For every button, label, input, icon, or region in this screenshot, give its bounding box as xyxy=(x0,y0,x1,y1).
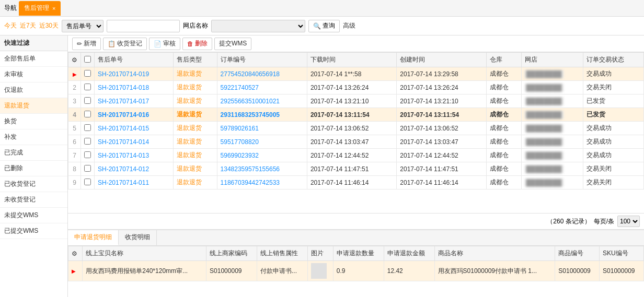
submit-wms-button[interactable]: 提交WMS xyxy=(214,38,251,50)
table-row[interactable]: 7SH-20170714-013退款退货596990239322017-07-1… xyxy=(68,149,644,162)
sidebar-item-completed[interactable]: 已完成 xyxy=(0,145,67,161)
row-checkbox[interactable] xyxy=(84,124,91,131)
row-checkbox[interactable] xyxy=(84,138,91,145)
detail-col-settings[interactable]: ⚙ xyxy=(68,246,83,261)
download-time: 2017-07-14 13:26:24 xyxy=(307,81,396,94)
nav-tab-close[interactable]: × xyxy=(52,5,55,11)
aftersale-id[interactable]: SH-20170714-016 xyxy=(95,108,174,122)
table-row[interactable]: 9SH-20170714-011退款退货11867039442742533201… xyxy=(68,176,644,189)
col-created-time: 创建时间 xyxy=(397,53,486,67)
sidebar-item-not-received[interactable]: 未收货登记 xyxy=(0,192,67,208)
order-id[interactable]: 11867039442742533 xyxy=(217,176,307,189)
aftersale-id[interactable]: SH-20170714-012 xyxy=(95,162,174,176)
today-link[interactable]: 今天 xyxy=(4,21,17,30)
col-store: 网店 xyxy=(521,53,583,67)
detail-col-goods-code: 商品编号 xyxy=(555,246,600,261)
sidebar-item-refund-only[interactable]: 仅退款 xyxy=(0,82,67,98)
row-checkbox[interactable] xyxy=(84,111,91,117)
store-blurred: ████████ xyxy=(525,70,564,78)
search-button[interactable]: 🔍 查询 xyxy=(308,20,340,32)
row-checkbox-cell[interactable] xyxy=(81,149,95,162)
last7-link[interactable]: 近7天 xyxy=(20,21,36,30)
store-select[interactable] xyxy=(211,20,305,32)
warehouse: 成都仓 xyxy=(486,94,521,108)
table-row[interactable]: 5SH-20170714-015退款退货597890261612017-07-1… xyxy=(68,122,644,135)
nav-tab-aftersale[interactable]: 售后管理 × xyxy=(19,1,61,16)
order-id[interactable]: 59517708820 xyxy=(217,135,307,149)
select-all-checkbox[interactable] xyxy=(84,56,91,63)
detail-tab-return[interactable]: 申请退货明细 xyxy=(68,230,119,245)
aftersale-id[interactable]: SH-20170714-019 xyxy=(95,67,174,81)
warehouse: 成都仓 xyxy=(486,122,521,135)
aftersale-id[interactable]: SH-20170714-017 xyxy=(95,94,174,108)
row-checkbox-cell[interactable] xyxy=(81,108,95,122)
table-row[interactable]: 2SH-20170714-018退款退货592217405272017-07-1… xyxy=(68,81,644,94)
row-checkbox[interactable] xyxy=(84,165,91,172)
receive-button[interactable]: 📋 收货登记 xyxy=(103,38,147,50)
last30-link[interactable]: 近30天 xyxy=(39,21,59,30)
table-row[interactable]: 3SH-20170714-017退款退货29255663510001021201… xyxy=(68,94,644,108)
table-row[interactable]: 8SH-20170714-012退款退货13482359575155656201… xyxy=(68,162,644,176)
sidebar-item-exchange[interactable]: 换货 xyxy=(0,114,67,129)
order-id[interactable]: 59699023932 xyxy=(217,149,307,162)
sidebar-item-deleted[interactable]: 已删除 xyxy=(0,161,67,176)
col-trade-status: 订单交易状态 xyxy=(583,53,644,67)
row-checkbox-cell[interactable] xyxy=(81,81,95,94)
audit-button[interactable]: 📄 审核 xyxy=(149,38,180,50)
row-checkbox[interactable] xyxy=(84,151,91,158)
download-time: 2017-07-14 13:11:54 xyxy=(307,108,396,122)
add-button[interactable]: ✏ 新增 xyxy=(72,38,101,50)
store-blurred: ████████ xyxy=(525,84,564,92)
row-checkbox-cell[interactable] xyxy=(81,162,95,176)
row-checkbox-cell[interactable] xyxy=(81,122,95,135)
table-row[interactable]: 6SH-20170714-014退款退货595177088202017-07-1… xyxy=(68,135,644,149)
delete-button[interactable]: 🗑 删除 xyxy=(182,38,212,50)
row-checkbox[interactable] xyxy=(84,179,91,185)
per-page-label: 每页/条 xyxy=(594,217,614,226)
row-checkbox-cell[interactable] xyxy=(81,67,95,81)
sidebar-item-unaudited[interactable]: 未审核 xyxy=(0,67,67,82)
delete-icon: 🗑 xyxy=(187,40,193,47)
row-checkbox[interactable] xyxy=(84,97,91,104)
col-settings[interactable]: ⚙ xyxy=(68,53,81,67)
order-id[interactable]: 29311683253745005 xyxy=(217,108,307,122)
detail-sku: S01000009 xyxy=(600,261,644,281)
row-checkbox-cell[interactable] xyxy=(81,94,95,108)
receive-icon: 📋 xyxy=(108,40,116,47)
download-time: 2017-07-14 1**:58 xyxy=(307,67,396,81)
aftersale-id[interactable]: SH-20170714-018 xyxy=(95,81,174,94)
row-checkbox-cell[interactable] xyxy=(81,176,95,189)
order-id[interactable]: 59789026161 xyxy=(217,122,307,135)
aftersale-id[interactable]: SH-20170714-015 xyxy=(95,122,174,135)
per-page-select[interactable]: 100 50 200 xyxy=(617,216,640,227)
row-checkbox[interactable] xyxy=(84,70,91,77)
row-checkbox[interactable] xyxy=(84,84,91,90)
sidebar-item-reissue[interactable]: 补发 xyxy=(0,129,67,145)
sidebar-item-submitted-wms[interactable]: 已提交WMS xyxy=(0,223,67,239)
detail-tab-receive[interactable]: 收货明细 xyxy=(119,230,157,245)
trade-status: 交易成功 xyxy=(583,135,644,149)
order-id[interactable]: 13482359575155656 xyxy=(217,162,307,176)
store-blurred: ████████ xyxy=(525,111,564,119)
col-order-id: 订单编号 xyxy=(217,53,307,67)
order-id[interactable]: 29255663510001021 xyxy=(217,94,307,108)
row-num: 8 xyxy=(68,162,81,176)
search-input[interactable] xyxy=(107,20,180,32)
sidebar-item-not-submitted-wms[interactable]: 未提交WMS xyxy=(0,208,67,223)
sidebar-item-received[interactable]: 已收货登记 xyxy=(0,176,67,192)
aftersale-type: 退款退货 xyxy=(174,149,217,162)
table-row[interactable]: ▶SH-20170714-019退款退货27754520840656918201… xyxy=(68,67,644,81)
aftersale-id[interactable]: SH-20170714-013 xyxy=(95,149,174,162)
aftersale-id[interactable]: SH-20170714-011 xyxy=(95,176,174,189)
created-time: 2017-07-14 11:46:14 xyxy=(397,176,486,189)
order-type-select[interactable]: 售后单号 xyxy=(62,20,104,32)
order-id[interactable]: 27754520840656918 xyxy=(217,67,307,81)
sidebar-item-refund-return[interactable]: 退款退货 xyxy=(0,98,67,114)
advanced-button[interactable]: 高级 xyxy=(343,21,355,30)
detail-row[interactable]: ▶ 用友西玛费用报销单240*120mm审... S01000009 付款申请书… xyxy=(68,261,644,281)
row-checkbox-cell[interactable] xyxy=(81,135,95,149)
sidebar-item-all[interactable]: 全部售后单 xyxy=(0,51,67,67)
table-row[interactable]: 4SH-20170714-016退款退货29311683253745005201… xyxy=(68,108,644,122)
aftersale-id[interactable]: SH-20170714-014 xyxy=(95,135,174,149)
order-id[interactable]: 59221740527 xyxy=(217,81,307,94)
